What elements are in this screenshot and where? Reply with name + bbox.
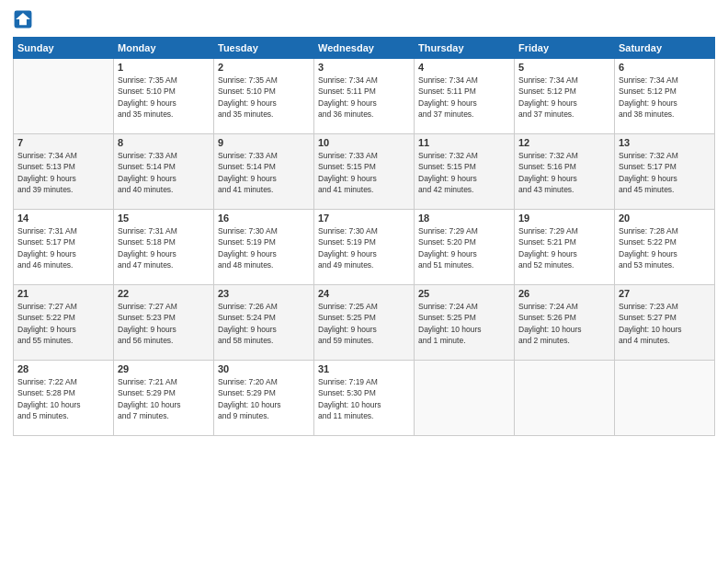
week-row-5: 28Sunrise: 7:22 AMSunset: 5:28 PMDayligh… xyxy=(14,361,715,436)
day-number: 9 xyxy=(218,137,310,148)
col-header-saturday: Saturday xyxy=(615,38,715,59)
day-info: Sunrise: 7:26 AMSunset: 5:24 PMDaylight:… xyxy=(218,301,310,346)
header-row: SundayMondayTuesdayWednesdayThursdayFrid… xyxy=(14,38,715,59)
day-number: 14 xyxy=(17,213,109,224)
header xyxy=(13,9,715,29)
day-info: Sunrise: 7:27 AMSunset: 5:23 PMDaylight:… xyxy=(118,301,210,346)
day-cell: 26Sunrise: 7:24 AMSunset: 5:26 PMDayligh… xyxy=(515,285,615,361)
day-number: 8 xyxy=(118,137,210,148)
day-cell: 13Sunrise: 7:32 AMSunset: 5:17 PMDayligh… xyxy=(615,134,715,210)
day-cell: 3Sunrise: 7:34 AMSunset: 5:11 PMDaylight… xyxy=(314,59,415,134)
day-info: Sunrise: 7:30 AMSunset: 5:19 PMDaylight:… xyxy=(318,225,410,270)
col-header-monday: Monday xyxy=(114,38,214,59)
day-cell: 16Sunrise: 7:30 AMSunset: 5:19 PMDayligh… xyxy=(214,210,314,285)
day-cell xyxy=(14,59,114,134)
day-cell: 19Sunrise: 7:29 AMSunset: 5:21 PMDayligh… xyxy=(515,210,615,285)
day-info: Sunrise: 7:22 AMSunset: 5:28 PMDaylight:… xyxy=(17,376,109,421)
day-info: Sunrise: 7:33 AMSunset: 5:15 PMDaylight:… xyxy=(318,150,410,195)
page: SundayMondayTuesdayWednesdayThursdayFrid… xyxy=(0,0,728,563)
day-cell: 11Sunrise: 7:32 AMSunset: 5:15 PMDayligh… xyxy=(415,134,515,210)
day-cell: 22Sunrise: 7:27 AMSunset: 5:23 PMDayligh… xyxy=(114,285,214,361)
day-number: 7 xyxy=(17,137,109,148)
day-info: Sunrise: 7:28 AMSunset: 5:22 PMDaylight:… xyxy=(619,225,711,270)
week-row-1: 1Sunrise: 7:35 AMSunset: 5:10 PMDaylight… xyxy=(14,59,715,134)
day-cell: 7Sunrise: 7:34 AMSunset: 5:13 PMDaylight… xyxy=(14,134,114,210)
day-cell: 30Sunrise: 7:20 AMSunset: 5:29 PMDayligh… xyxy=(214,361,314,436)
day-cell: 15Sunrise: 7:31 AMSunset: 5:18 PMDayligh… xyxy=(114,210,214,285)
week-row-4: 21Sunrise: 7:27 AMSunset: 5:22 PMDayligh… xyxy=(14,285,715,361)
day-number: 22 xyxy=(118,288,210,299)
day-info: Sunrise: 7:31 AMSunset: 5:18 PMDaylight:… xyxy=(118,225,210,270)
day-info: Sunrise: 7:34 AMSunset: 5:11 PMDaylight:… xyxy=(318,75,410,120)
day-info: Sunrise: 7:34 AMSunset: 5:11 PMDaylight:… xyxy=(418,75,510,120)
day-number: 30 xyxy=(218,363,310,374)
day-cell: 8Sunrise: 7:33 AMSunset: 5:14 PMDaylight… xyxy=(114,134,214,210)
day-cell: 24Sunrise: 7:25 AMSunset: 5:25 PMDayligh… xyxy=(314,285,415,361)
day-cell: 31Sunrise: 7:19 AMSunset: 5:30 PMDayligh… xyxy=(314,361,415,436)
day-number: 13 xyxy=(619,137,711,148)
week-row-3: 14Sunrise: 7:31 AMSunset: 5:17 PMDayligh… xyxy=(14,210,715,285)
day-info: Sunrise: 7:25 AMSunset: 5:25 PMDaylight:… xyxy=(318,301,410,346)
day-number: 3 xyxy=(318,62,410,73)
day-info: Sunrise: 7:24 AMSunset: 5:25 PMDaylight:… xyxy=(418,301,510,346)
day-cell: 25Sunrise: 7:24 AMSunset: 5:25 PMDayligh… xyxy=(415,285,515,361)
day-number: 15 xyxy=(118,213,210,224)
day-info: Sunrise: 7:29 AMSunset: 5:20 PMDaylight:… xyxy=(418,225,510,270)
logo xyxy=(13,9,35,29)
day-info: Sunrise: 7:21 AMSunset: 5:29 PMDaylight:… xyxy=(118,376,210,421)
day-cell: 4Sunrise: 7:34 AMSunset: 5:11 PMDaylight… xyxy=(415,59,515,134)
day-cell: 20Sunrise: 7:28 AMSunset: 5:22 PMDayligh… xyxy=(615,210,715,285)
day-info: Sunrise: 7:24 AMSunset: 5:26 PMDaylight:… xyxy=(518,301,610,346)
day-number: 27 xyxy=(619,288,711,299)
day-info: Sunrise: 7:23 AMSunset: 5:27 PMDaylight:… xyxy=(619,301,711,346)
day-info: Sunrise: 7:35 AMSunset: 5:10 PMDaylight:… xyxy=(218,75,310,120)
day-info: Sunrise: 7:27 AMSunset: 5:22 PMDaylight:… xyxy=(17,301,109,346)
day-number: 28 xyxy=(17,363,109,374)
day-number: 26 xyxy=(518,288,610,299)
col-header-wednesday: Wednesday xyxy=(314,38,415,59)
day-info: Sunrise: 7:31 AMSunset: 5:17 PMDaylight:… xyxy=(17,225,109,270)
logo-icon xyxy=(13,9,33,29)
day-cell: 27Sunrise: 7:23 AMSunset: 5:27 PMDayligh… xyxy=(615,285,715,361)
day-cell: 12Sunrise: 7:32 AMSunset: 5:16 PMDayligh… xyxy=(515,134,615,210)
day-number: 23 xyxy=(218,288,310,299)
day-cell: 21Sunrise: 7:27 AMSunset: 5:22 PMDayligh… xyxy=(14,285,114,361)
day-cell: 18Sunrise: 7:29 AMSunset: 5:20 PMDayligh… xyxy=(415,210,515,285)
day-info: Sunrise: 7:32 AMSunset: 5:15 PMDaylight:… xyxy=(418,150,510,195)
day-number: 31 xyxy=(318,363,410,374)
day-info: Sunrise: 7:34 AMSunset: 5:13 PMDaylight:… xyxy=(17,150,109,195)
day-number: 24 xyxy=(318,288,410,299)
day-cell xyxy=(615,361,715,436)
day-number: 12 xyxy=(518,137,610,148)
day-number: 20 xyxy=(619,213,711,224)
day-cell: 17Sunrise: 7:30 AMSunset: 5:19 PMDayligh… xyxy=(314,210,415,285)
calendar-table: SundayMondayTuesdayWednesdayThursdayFrid… xyxy=(13,37,715,436)
day-info: Sunrise: 7:29 AMSunset: 5:21 PMDaylight:… xyxy=(518,225,610,270)
day-info: Sunrise: 7:33 AMSunset: 5:14 PMDaylight:… xyxy=(218,150,310,195)
col-header-friday: Friday xyxy=(515,38,615,59)
day-number: 5 xyxy=(518,62,610,73)
day-number: 29 xyxy=(118,363,210,374)
week-row-2: 7Sunrise: 7:34 AMSunset: 5:13 PMDaylight… xyxy=(14,134,715,210)
day-number: 17 xyxy=(318,213,410,224)
day-cell: 23Sunrise: 7:26 AMSunset: 5:24 PMDayligh… xyxy=(214,285,314,361)
day-number: 10 xyxy=(318,137,410,148)
day-cell xyxy=(415,361,515,436)
col-header-tuesday: Tuesday xyxy=(214,38,314,59)
day-cell: 28Sunrise: 7:22 AMSunset: 5:28 PMDayligh… xyxy=(14,361,114,436)
day-number: 2 xyxy=(218,62,310,73)
day-info: Sunrise: 7:32 AMSunset: 5:17 PMDaylight:… xyxy=(619,150,711,195)
day-cell: 29Sunrise: 7:21 AMSunset: 5:29 PMDayligh… xyxy=(114,361,214,436)
day-info: Sunrise: 7:34 AMSunset: 5:12 PMDaylight:… xyxy=(619,75,711,120)
day-info: Sunrise: 7:33 AMSunset: 5:14 PMDaylight:… xyxy=(118,150,210,195)
day-cell: 6Sunrise: 7:34 AMSunset: 5:12 PMDaylight… xyxy=(615,59,715,134)
day-number: 11 xyxy=(418,137,510,148)
day-number: 6 xyxy=(619,62,711,73)
day-info: Sunrise: 7:30 AMSunset: 5:19 PMDaylight:… xyxy=(218,225,310,270)
day-number: 4 xyxy=(418,62,510,73)
day-cell: 14Sunrise: 7:31 AMSunset: 5:17 PMDayligh… xyxy=(14,210,114,285)
day-cell: 1Sunrise: 7:35 AMSunset: 5:10 PMDaylight… xyxy=(114,59,214,134)
day-info: Sunrise: 7:20 AMSunset: 5:29 PMDaylight:… xyxy=(218,376,310,421)
day-info: Sunrise: 7:34 AMSunset: 5:12 PMDaylight:… xyxy=(518,75,610,120)
day-info: Sunrise: 7:19 AMSunset: 5:30 PMDaylight:… xyxy=(318,376,410,421)
